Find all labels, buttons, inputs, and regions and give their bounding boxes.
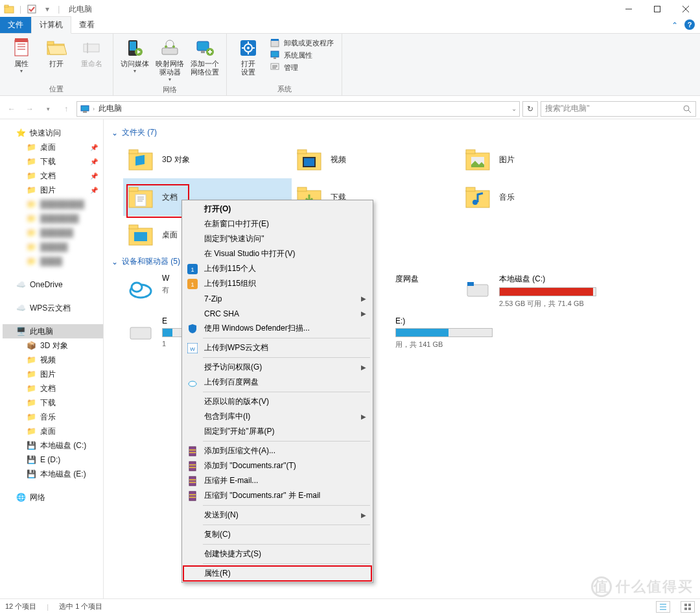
folder-pictures[interactable]: 图片 (460, 141, 629, 178)
system-properties-link[interactable]: 系统属性 (270, 50, 334, 60)
context-menu-item[interactable]: 7-Zip▶ (183, 291, 371, 306)
breadcrumb-thispc[interactable]: 此电脑 (97, 103, 123, 114)
context-menu-item[interactable]: 发送到(N)▶ (183, 508, 371, 523)
chevron-right-icon[interactable]: › (93, 106, 95, 112)
context-menu-item[interactable]: 添加到压缩文件(A)... (183, 443, 371, 458)
address-box[interactable]: › 此电脑 ⌄ (76, 101, 520, 117)
media-icon (124, 38, 145, 58)
manage-link[interactable]: 管理 (270, 62, 334, 73)
ribbon-group-label: 位置 (4, 83, 109, 94)
context-menu-item[interactable]: 还原以前的版本(V) (183, 394, 371, 409)
view-icons-button[interactable] (681, 601, 695, 613)
nav-pane[interactable]: ⭐快速访问 📁桌面📌 📁下载📌 📁文档📌 📁图片📌 📁████████ 📁███… (0, 119, 104, 598)
context-menu-item[interactable]: 固定到"开始"屏幕(P) (183, 424, 371, 439)
maximize-button[interactable] (643, 0, 671, 18)
open-button[interactable]: 打开 (39, 36, 74, 69)
context-menu-item[interactable]: 1上传到115组织 (183, 276, 371, 291)
minimize-button[interactable] (614, 0, 643, 18)
nav-quick-documents[interactable]: 📁文档📌 (3, 169, 103, 183)
svg-rect-78 (189, 479, 196, 480)
search-icon[interactable] (682, 104, 692, 113)
nav-pc-desktop[interactable]: 📁桌面 (3, 424, 103, 438)
context-menu-item[interactable]: 使用 Windows Defender扫描... (183, 321, 371, 336)
computer-icon (80, 104, 90, 114)
nav-pc-video[interactable]: 📁视频 (3, 353, 103, 367)
context-menu-item[interactable]: 在 Visual Studio 中打开(V) (183, 246, 371, 261)
nav-quick-item[interactable]: 📁████ (3, 254, 103, 268)
nav-pc-documents[interactable]: 📁文档 (3, 381, 103, 396)
help-icon[interactable]: ? (684, 19, 695, 30)
context-menu-item[interactable]: W上传到WPS云文档 (183, 340, 371, 355)
context-menu-item[interactable]: 授予访问权限(G)▶ (183, 360, 371, 375)
nav-wps[interactable]: ☁️WPS云文档 (3, 301, 103, 315)
nav-quick-item[interactable]: 📁██████ (3, 226, 103, 240)
network-icon: 🌐 (16, 492, 26, 502)
nav-thispc[interactable]: 🖥️此电脑 (3, 324, 103, 338)
nav-network[interactable]: 🌐网络 (3, 490, 103, 504)
context-menu-item[interactable]: 包含到库中(I)▶ (183, 409, 371, 424)
checkbox-icon[interactable] (27, 4, 37, 14)
drive-c[interactable]: 本地磁盘 (C:)2.53 GB 可用，共 71.4 GB (460, 270, 629, 313)
context-menu-item[interactable]: 在新窗口中打开(E) (183, 217, 371, 231)
close-button[interactable] (671, 0, 700, 18)
context-menu-label: 在 Visual Studio 中打开(V) (204, 248, 296, 259)
ribbon-collapse-icon[interactable]: ⌃ (671, 21, 678, 30)
nav-pc-downloads[interactable]: 📁下载 (3, 396, 103, 410)
context-menu-item[interactable]: 复制(C) (183, 527, 371, 542)
nav-quick-item[interactable]: 📁█████ (3, 240, 103, 254)
svg-rect-42 (298, 150, 307, 154)
context-menu-item[interactable]: 1上传到115个人 (183, 261, 371, 276)
refresh-button[interactable]: ↻ (522, 101, 538, 117)
uninstall-link[interactable]: 卸载或更改程序 (270, 38, 334, 48)
folder-icon (126, 182, 156, 212)
nav-quick-item[interactable]: 📁████████ (3, 197, 103, 211)
nav-quick-access[interactable]: ⭐快速访问 (3, 126, 103, 140)
context-menu-item[interactable]: 添加到 "Documents.rar"(T) (183, 458, 371, 473)
context-menu-item[interactable]: 属性(R) (183, 566, 371, 581)
status-bar: 12 个项目 | 选中 1 个项目 (0, 598, 700, 614)
view-details-button[interactable] (656, 601, 670, 613)
context-menu-label: 压缩并 E-mail... (204, 475, 258, 486)
nav-pc-music[interactable]: 📁音乐 (3, 410, 103, 424)
context-menu-item[interactable]: 打开(O) (183, 202, 371, 217)
nav-quick-pictures[interactable]: 📁图片📌 (3, 183, 103, 197)
properties-button[interactable]: 属性 ▾ (4, 36, 39, 75)
context-menu-item[interactable]: 上传到百度网盘 (183, 375, 371, 390)
context-menu-item[interactable]: 固定到"快速访问" (183, 231, 371, 246)
context-menu-item[interactable]: 创建快捷方式(S) (183, 547, 371, 561)
context-menu-label: 复制(C) (204, 529, 231, 540)
svg-line-37 (688, 110, 691, 113)
nav-pc-3d[interactable]: 📦3D 对象 (3, 338, 103, 353)
ribbon-group-network: 访问媒体 ▾ 映射网络 驱动器 ▾ 添加一个 网络位置 网络 (113, 34, 227, 95)
section-folders[interactable]: ⌄文件夹 (7) (104, 124, 695, 141)
map-drive-button[interactable]: 映射网络 驱动器 ▾ (152, 36, 187, 84)
nav-pc-drive-e[interactable]: 💾本地磁盘 (E:) (3, 467, 103, 481)
nav-quick-item[interactable]: 📁███████ (3, 211, 103, 226)
tab-computer[interactable]: 计算机 (31, 16, 71, 34)
open-folder-icon (46, 38, 67, 58)
open-settings-button[interactable]: 打开 设置 (231, 36, 266, 78)
tab-view[interactable]: 查看 (71, 17, 102, 33)
nav-quick-desktop[interactable]: 📁桌面📌 (3, 140, 103, 154)
nav-onedrive[interactable]: ☁️OneDrive (3, 277, 103, 292)
recent-dropdown[interactable]: ▾ (40, 101, 56, 117)
access-media-button[interactable]: 访问媒体 ▾ (117, 36, 152, 75)
context-menu-item[interactable]: 压缩到 "Documents.rar" 并 E-mail (183, 488, 371, 503)
search-input[interactable]: 搜索"此电脑" (541, 101, 696, 117)
svg-text:1: 1 (191, 266, 194, 273)
nav-pc-pictures[interactable]: 📁图片 (3, 367, 103, 381)
nav-pc-drive-d[interactable]: 💾E (D:) (3, 453, 103, 467)
context-menu-item[interactable]: 压缩并 E-mail... (183, 473, 371, 488)
nav-quick-downloads[interactable]: 📁下载📌 (3, 154, 103, 169)
svg-rect-79 (189, 482, 196, 483)
folder-music[interactable]: 音乐 (460, 178, 629, 216)
context-menu-item[interactable]: CRC SHA▶ (183, 306, 371, 321)
tab-file[interactable]: 文件 (0, 17, 31, 33)
qat-dropdown-icon[interactable]: ▾ (42, 4, 52, 14)
svg-rect-13 (130, 41, 136, 51)
folder-3d[interactable]: 3D 对象 (123, 141, 292, 178)
nav-pc-drive-c[interactable]: 💾本地磁盘 (C:) (3, 438, 103, 453)
addr-dropdown-icon[interactable]: ⌄ (511, 105, 517, 112)
folder-video[interactable]: 视频 (292, 141, 460, 178)
add-network-button[interactable]: 添加一个 网络位置 (187, 36, 222, 78)
